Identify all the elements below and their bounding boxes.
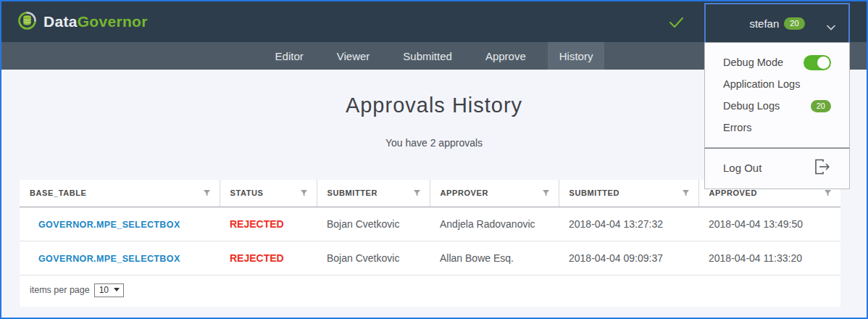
menu-item-label: Errors — [723, 122, 751, 133]
checkmark-icon[interactable] — [665, 12, 687, 33]
tab-submitted[interactable]: Submitted — [391, 42, 464, 70]
table-row: GOVERNOR.MPE_SELECTBOX REJECTED Bojan Cv… — [20, 241, 840, 275]
table-row: GOVERNOR.MPE_SELECTBOX REJECTED Bojan Cv… — [20, 207, 840, 241]
user-menu-button[interactable]: stefan 20 — [704, 3, 850, 42]
filter-icon[interactable] — [682, 189, 690, 199]
menu-item-label: Debug Logs — [723, 100, 780, 112]
select-caret-icon — [114, 288, 120, 291]
col-header-status: STATUS — [220, 180, 317, 207]
chevron-down-icon — [827, 20, 835, 33]
approved-cell: 2018-04-04 11:33:20 — [698, 241, 840, 275]
base-table-cell: GOVERNOR.MPE_SELECTBOX — [20, 207, 220, 241]
base-table-link[interactable]: GOVERNOR.MPE_SELECTBOX — [30, 220, 180, 230]
user-menu: stefan 20 Debug Mode Application Logs De… — [704, 3, 850, 189]
col-header-label: SUBMITTER — [327, 188, 378, 197]
filter-icon[interactable] — [824, 189, 832, 199]
filter-icon[interactable] — [300, 189, 308, 199]
submitted-cell: 2018-04-04 09:09:37 — [559, 241, 698, 275]
brand-secondary: Governor — [78, 13, 148, 30]
menu-item-errors[interactable]: Errors — [705, 117, 849, 138]
col-header-label: APPROVER — [441, 188, 489, 197]
menu-item-label: Debug Mode — [723, 57, 783, 68]
items-per-page-select[interactable]: 10 — [94, 283, 124, 297]
col-header-base-table: BASE_TABLE — [20, 180, 220, 207]
col-header-label: BASE_TABLE — [30, 188, 87, 197]
tab-approve[interactable]: Approve — [474, 42, 538, 70]
brand-primary: Data — [43, 13, 78, 30]
user-badge: 20 — [784, 17, 804, 30]
col-header-label: SUBMITTED — [569, 188, 620, 197]
approver-cell: Allan Bowe Esq. — [430, 241, 559, 275]
menu-item-debug-mode[interactable]: Debug Mode — [705, 51, 849, 73]
col-header-label: APPROVED — [709, 188, 758, 197]
status-cell: REJECTED — [220, 207, 317, 241]
logout-button[interactable]: Log Out — [705, 149, 849, 188]
tab-editor[interactable]: Editor — [264, 42, 315, 70]
database-logo-icon — [17, 11, 37, 33]
logout-panel: Log Out — [704, 148, 850, 189]
approvals-table: BASE_TABLE STATUS SUBMITTER APPROVER SUB… — [20, 180, 840, 276]
approved-cell: 2018-04-04 13:49:50 — [698, 207, 840, 241]
col-header-label: STATUS — [230, 188, 264, 197]
filter-icon[interactable] — [413, 189, 421, 199]
table-footer: items per page 10 — [20, 276, 840, 307]
status-badge: REJECTED — [230, 218, 284, 230]
col-header-submitted: SUBMITTED — [559, 180, 698, 207]
menu-item-debug-logs[interactable]: Debug Logs 20 — [705, 95, 849, 117]
logout-icon — [814, 159, 831, 177]
filter-icon[interactable] — [203, 189, 211, 199]
tab-viewer[interactable]: Viewer — [325, 42, 382, 70]
debug-mode-toggle[interactable] — [804, 55, 831, 70]
tab-history[interactable]: History — [548, 42, 605, 70]
filter-icon[interactable] — [542, 189, 550, 199]
items-per-page-label: items per page — [30, 285, 90, 295]
submitter-cell: Bojan Cvetkovic — [317, 241, 430, 275]
menu-item-application-logs[interactable]: Application Logs — [705, 73, 849, 95]
approver-cell: Andjela Radovanovic — [430, 207, 559, 241]
col-header-approver: APPROVER — [430, 180, 559, 207]
items-per-page-value: 10 — [99, 285, 109, 295]
menu-item-label: Application Logs — [723, 78, 800, 90]
submitted-cell: 2018-04-04 13:27:32 — [559, 207, 698, 241]
submitter-cell: Bojan Cvetkovic — [317, 207, 430, 241]
col-header-submitter: SUBMITTER — [317, 180, 430, 207]
logout-label: Log Out — [723, 162, 761, 174]
app-logo[interactable]: DataGovernor — [17, 11, 148, 33]
debug-logs-badge: 20 — [811, 100, 831, 112]
app-title: DataGovernor — [43, 13, 148, 30]
base-table-link[interactable]: GOVERNOR.MPE_SELECTBOX — [30, 254, 180, 264]
base-table-cell: GOVERNOR.MPE_SELECTBOX — [20, 241, 220, 275]
status-badge: REJECTED — [230, 252, 284, 264]
user-dropdown-panel: Debug Mode Application Logs Debug Logs 2… — [704, 42, 850, 148]
user-name: stefan — [749, 17, 779, 30]
status-cell: REJECTED — [220, 241, 317, 275]
